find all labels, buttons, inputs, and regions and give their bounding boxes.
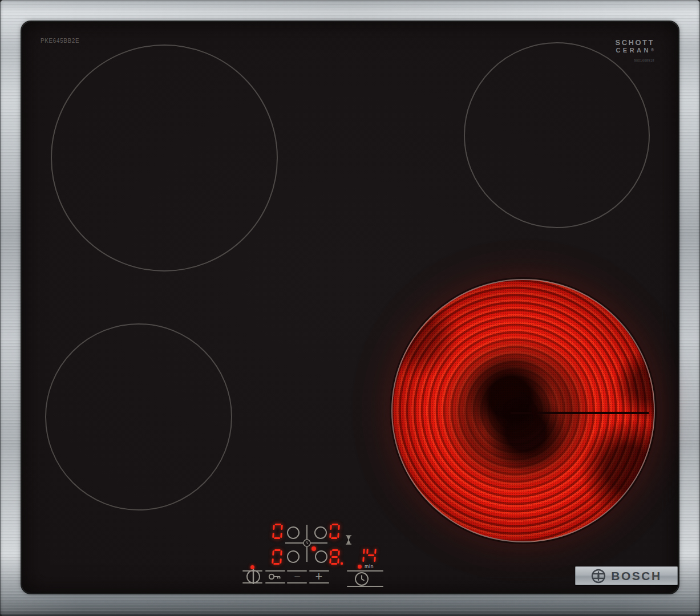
touch-line <box>265 570 285 572</box>
burner-front-right-glowing <box>391 279 655 542</box>
registered-mark: ® <box>651 48 654 52</box>
minus-button[interactable]: − <box>290 572 304 582</box>
minus-icon: − <box>294 570 301 583</box>
thermal-limiter-loop <box>532 405 537 418</box>
display-front-left <box>272 549 284 565</box>
timer-clock-icon <box>354 572 369 586</box>
zone-select-rear-right-button[interactable] <box>314 526 327 539</box>
zone-divider-cross <box>285 542 304 544</box>
power-icon <box>246 569 261 585</box>
plus-button[interactable]: + <box>312 570 326 583</box>
zone-divider-cross <box>310 542 327 544</box>
thermal-limiter-rod <box>510 412 649 414</box>
schott-logo-line2: CERAN® <box>616 46 654 54</box>
display-rear-left <box>273 524 284 539</box>
burner-ring-rear-right <box>464 42 650 228</box>
bosch-logo-plate: BOSCH <box>575 566 678 585</box>
hourglass-icon <box>345 535 352 545</box>
cooktop: PKE645BB2E SCHOTT CERAN® 9001608918 <box>0 0 700 616</box>
zone-select-rear-left-button[interactable] <box>287 526 300 539</box>
zone-divider-cross <box>306 546 307 562</box>
glass-serial-number: 9001608918 <box>616 57 654 64</box>
power-button[interactable] <box>246 569 261 586</box>
zone-divider-cross <box>306 525 307 540</box>
bosch-logo-text: BOSCH <box>611 569 661 583</box>
plus-icon: + <box>315 569 323 583</box>
timer-min-led <box>358 565 362 569</box>
schott-logo-line1: SCHOTT <box>616 39 654 46</box>
ceramic-glass-surface: PKE645BB2E SCHOTT CERAN® 9001608918 <box>22 22 678 593</box>
burner-ring-front-left <box>45 323 232 510</box>
touch-control-panel: min <box>238 518 394 592</box>
zone-select-front-left-button[interactable] <box>287 550 300 563</box>
touch-line <box>265 582 285 583</box>
display-timer <box>355 548 378 563</box>
schott-ceran-logo: SCHOTT CERAN® 9001608918 <box>616 39 654 64</box>
ceran-dot-texture <box>393 280 654 541</box>
center-clock-icon <box>303 539 311 547</box>
timer-button[interactable] <box>354 572 369 588</box>
timer-unit-label: min <box>365 564 374 569</box>
burner-ring-rear-left <box>51 44 278 271</box>
zone-select-front-right-button[interactable] <box>315 550 327 563</box>
bosch-symbol-icon <box>591 569 606 583</box>
selected-zone-led <box>311 546 316 551</box>
display-front-right <box>330 549 343 565</box>
model-number: PKE645BB2E <box>41 38 79 44</box>
key-lock-icon <box>268 573 282 581</box>
child-lock-button[interactable] <box>268 573 282 582</box>
display-rear-right <box>330 524 341 539</box>
